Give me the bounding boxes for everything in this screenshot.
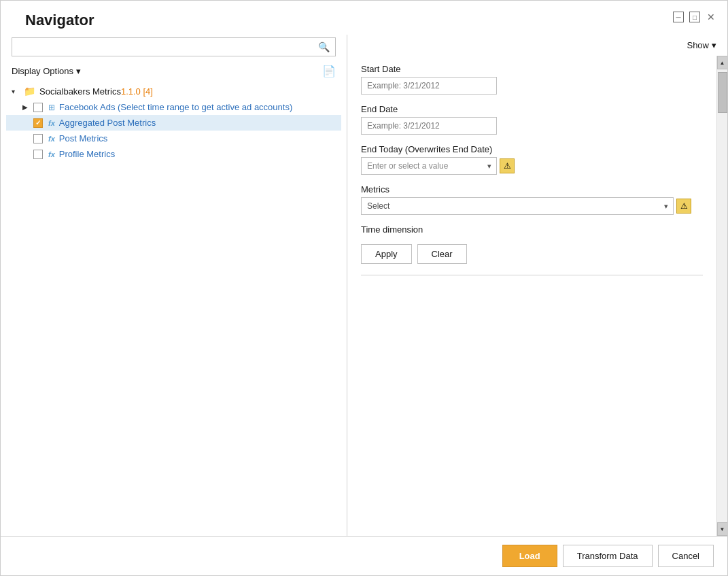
tree-item-post-metrics[interactable]: ▶ fx Post Metrics [6, 131, 341, 146]
apply-button[interactable]: Apply [361, 244, 412, 264]
start-date-label: Start Date [361, 64, 703, 74]
scrollbar: ▲ ▼ [716, 56, 727, 536]
scroll-track [717, 69, 728, 522]
apply-clear-row: Apply Clear [361, 244, 703, 264]
tree-view: ▾ 📁 Socialbakers Metrics 1.1.0 [4] ▶ ⊞ F… [1, 83, 347, 529]
end-date-input[interactable] [361, 117, 497, 135]
bottom-bar: Load Transform Data Cancel [1, 536, 727, 575]
tree-root-item[interactable]: ▾ 📁 Socialbakers Metrics 1.1.0 [4] [6, 83, 341, 99]
transform-data-button[interactable]: Transform Data [563, 545, 653, 567]
end-date-field: End Date [361, 104, 703, 135]
load-button[interactable]: Load [502, 545, 557, 567]
clear-button[interactable]: Clear [417, 244, 467, 264]
root-label-name: Socialbakers Metrics [39, 86, 121, 97]
window-title: Navigator [25, 12, 94, 29]
scroll-thumb[interactable] [718, 72, 727, 113]
root-chevron: ▾ [12, 88, 22, 95]
start-date-input[interactable] [361, 77, 497, 95]
metrics-warning-icon[interactable]: ⚠ [676, 199, 691, 214]
metrics-select[interactable]: Select [361, 197, 674, 215]
navigator-window: Navigator ─ □ ✕ 🔍 Display Options ▾ 📄 [0, 0, 728, 576]
cancel-button[interactable]: Cancel [658, 545, 714, 567]
search-input[interactable] [12, 39, 313, 56]
folder-icon: 📁 [24, 86, 35, 97]
right-panel: Show ▾ Start Date End Date [347, 35, 727, 536]
search-bar: 🔍 [12, 37, 336, 56]
right-content: Start Date End Date End Today (Overwrite… [347, 56, 727, 536]
display-options-chevron: ▾ [76, 66, 81, 76]
tree-item-aggregated-post-metrics[interactable]: ▶ fx Aggregated Post Metrics [6, 115, 341, 131]
right-header: Show ▾ [347, 35, 727, 56]
post-metrics-label: Post Metrics [59, 133, 108, 143]
aggregated-post-metrics-label: Aggregated Post Metrics [59, 118, 156, 128]
metrics-select-wrapper: Select [361, 197, 674, 215]
window-controls: ─ □ ✕ [673, 12, 716, 22]
facebook-ads-checkbox[interactable] [33, 103, 43, 112]
end-today-select[interactable]: Enter or select a value True False [361, 157, 497, 175]
display-options-row: Display Options ▾ 📄 [1, 62, 347, 83]
scroll-up-arrow[interactable]: ▲ [717, 56, 728, 69]
fx-icon-aggregated: fx [48, 119, 55, 127]
metrics-label: Metrics [361, 184, 703, 194]
metrics-warning-symbol: ⚠ [680, 201, 688, 211]
metrics-row: Select ⚠ [361, 197, 703, 215]
search-icon[interactable]: 🔍 [313, 38, 335, 56]
metrics-field: Metrics Select ⚠ [361, 184, 703, 215]
display-options-button[interactable]: Display Options ▾ [12, 66, 81, 76]
left-panel: 🔍 Display Options ▾ 📄 ▾ 📁 Socialbakers M… [1, 35, 347, 536]
fx-icon-post: fx [48, 135, 55, 143]
end-today-select-wrapper: Enter or select a value True False [361, 157, 497, 175]
display-options-label: Display Options [12, 66, 73, 76]
end-today-warning-icon[interactable]: ⚠ [500, 158, 515, 173]
post-metrics-checkbox[interactable] [33, 134, 43, 143]
show-chevron: ▾ [712, 40, 716, 50]
main-content: 🔍 Display Options ▾ 📄 ▾ 📁 Socialbakers M… [1, 35, 727, 536]
end-today-row: Enter or select a value True False ⚠ [361, 157, 703, 175]
time-dimension-label: Time dimension [361, 224, 703, 235]
aggregated-post-metrics-checkbox[interactable] [33, 118, 43, 128]
facebook-ads-label: Facebook Ads (Select time range to get a… [59, 102, 292, 112]
time-dimension-field: Time dimension [361, 224, 703, 235]
fx-icon-profile: fx [48, 150, 55, 158]
close-button[interactable]: ✕ [706, 12, 716, 22]
form-divider [361, 275, 703, 275]
profile-metrics-label: Profile Metrics [59, 149, 115, 159]
scroll-down-arrow[interactable]: ▼ [717, 522, 728, 536]
root-label-version: 1.1.0 [4] [121, 86, 153, 97]
facebook-ads-chevron: ▶ [22, 103, 33, 111]
tree-item-facebook-ads[interactable]: ▶ ⊞ Facebook Ads (Select time range to g… [6, 99, 341, 115]
end-today-field: End Today (Overwrites End Date) Enter or… [361, 144, 703, 175]
maximize-button[interactable]: □ [689, 12, 700, 22]
form-area: Start Date End Date End Today (Overwrite… [347, 56, 716, 536]
show-button[interactable]: Show ▾ [687, 40, 716, 50]
title-bar: Navigator ─ □ ✕ [1, 1, 727, 35]
start-date-field: Start Date [361, 64, 703, 95]
end-today-warning-symbol: ⚠ [504, 161, 511, 171]
document-icon[interactable]: 📄 [322, 65, 336, 78]
table-icon: ⊞ [48, 103, 55, 112]
end-date-label: End Date [361, 104, 703, 114]
minimize-button[interactable]: ─ [673, 12, 684, 22]
show-label: Show [687, 40, 709, 50]
profile-metrics-checkbox[interactable] [33, 150, 43, 159]
end-today-label: End Today (Overwrites End Date) [361, 144, 703, 154]
tree-item-profile-metrics[interactable]: ▶ fx Profile Metrics [6, 146, 341, 162]
